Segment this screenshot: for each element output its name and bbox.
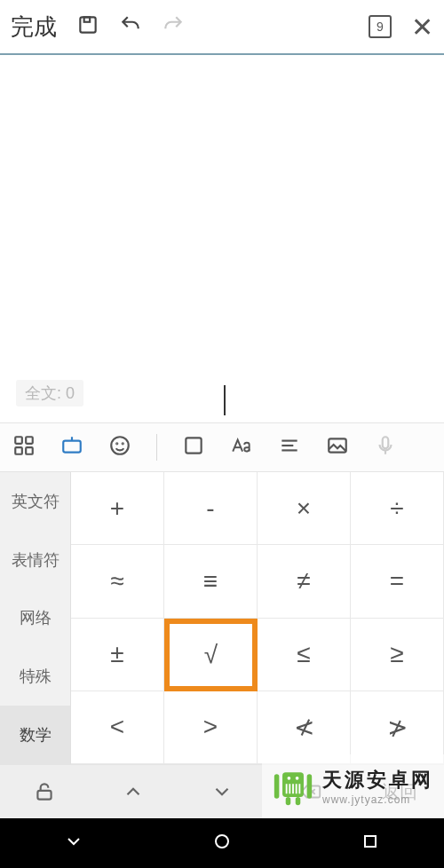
symbol-key[interactable]: > xyxy=(164,691,258,764)
symbol-key[interactable]: ≮ xyxy=(258,691,351,764)
ime-toolbar xyxy=(0,422,444,472)
close-icon[interactable]: ✕ xyxy=(411,12,433,43)
svg-point-22 xyxy=(216,835,228,848)
done-button[interactable]: 完成 xyxy=(11,12,57,43)
align-icon[interactable] xyxy=(278,434,301,461)
svg-rect-3 xyxy=(26,437,33,444)
watermark-title: 天源安卓网 xyxy=(322,767,433,793)
nav-back-icon[interactable] xyxy=(63,831,84,856)
watermark-logo xyxy=(273,766,313,807)
svg-point-9 xyxy=(116,443,117,444)
symbol-panel: 英文符表情符网络特殊数学 +-×÷≈≡≠=±√≤≥<>≮≯ xyxy=(0,472,444,765)
svg-rect-5 xyxy=(26,447,33,454)
watermark-url: www.jytyaz.com xyxy=(322,793,433,806)
svg-rect-1 xyxy=(84,17,91,21)
category-item[interactable]: 特殊 xyxy=(0,647,71,706)
redo-icon xyxy=(162,13,185,40)
svg-rect-17 xyxy=(383,437,389,448)
chevron-up-icon[interactable] xyxy=(89,780,178,803)
nav-home-icon[interactable] xyxy=(211,831,233,856)
symbol-key[interactable]: = xyxy=(351,545,444,618)
font-icon[interactable] xyxy=(230,434,253,461)
symbol-key[interactable]: ≈ xyxy=(71,545,164,618)
undo-icon[interactable] xyxy=(119,13,142,40)
symbol-key[interactable]: ≡ xyxy=(164,545,258,618)
symbol-key[interactable]: - xyxy=(164,472,258,545)
symbol-key[interactable]: × xyxy=(258,472,351,545)
page-badge[interactable]: 9 xyxy=(369,15,392,38)
symbol-key[interactable]: ≯ xyxy=(351,691,444,764)
keyboard-icon[interactable] xyxy=(60,434,83,461)
symbol-key[interactable]: √ xyxy=(164,619,258,691)
symbol-key[interactable]: < xyxy=(71,691,164,764)
category-item[interactable]: 网络 xyxy=(0,589,71,648)
image-icon[interactable] xyxy=(326,434,349,461)
svg-point-10 xyxy=(123,443,123,444)
mic-icon[interactable] xyxy=(374,434,397,461)
emoji-icon[interactable] xyxy=(108,434,131,461)
watermark: 天源安卓网 www.jytyaz.com xyxy=(262,754,444,818)
symbol-grid: +-×÷≈≡≠=±√≤≥<>≮≯ xyxy=(71,472,444,764)
symbol-key[interactable]: ± xyxy=(71,619,164,691)
symbol-key[interactable]: + xyxy=(71,472,164,545)
category-item[interactable]: 英文符 xyxy=(0,472,71,531)
symbol-key[interactable]: ≠ xyxy=(258,545,351,618)
svg-point-30 xyxy=(296,777,299,780)
separator xyxy=(156,434,157,461)
svg-rect-11 xyxy=(186,438,201,453)
svg-rect-28 xyxy=(296,797,301,805)
symbol-key[interactable]: ≥ xyxy=(351,619,444,691)
svg-rect-2 xyxy=(15,437,22,444)
svg-point-8 xyxy=(111,437,129,454)
app-toolbar: 完成 9 ✕ xyxy=(0,0,444,53)
svg-rect-0 xyxy=(80,17,95,32)
word-counter: 全文: 0 xyxy=(16,380,83,406)
svg-point-29 xyxy=(288,777,291,780)
svg-rect-4 xyxy=(15,447,22,454)
svg-rect-27 xyxy=(286,797,291,805)
nav-recent-icon[interactable] xyxy=(360,831,381,856)
svg-rect-19 xyxy=(37,791,51,800)
svg-rect-23 xyxy=(365,836,376,847)
text-caret xyxy=(224,385,226,415)
fullscreen-icon[interactable] xyxy=(182,434,205,461)
category-item[interactable]: 数学 xyxy=(0,706,71,764)
apps-icon[interactable] xyxy=(12,434,36,461)
chevron-down-icon[interactable] xyxy=(178,780,266,803)
editor-area[interactable]: 全文: 0 xyxy=(0,55,444,422)
save-icon[interactable] xyxy=(76,13,99,40)
svg-rect-24 xyxy=(274,774,280,799)
svg-rect-6 xyxy=(63,441,81,453)
category-column: 英文符表情符网络特殊数学 xyxy=(0,472,71,764)
svg-rect-25 xyxy=(307,774,313,799)
category-item[interactable]: 表情符 xyxy=(0,531,71,589)
symbol-key[interactable]: ÷ xyxy=(351,472,444,545)
lock-icon[interactable] xyxy=(0,780,89,803)
android-nav xyxy=(0,818,444,868)
symbol-key[interactable]: ≤ xyxy=(258,619,351,691)
